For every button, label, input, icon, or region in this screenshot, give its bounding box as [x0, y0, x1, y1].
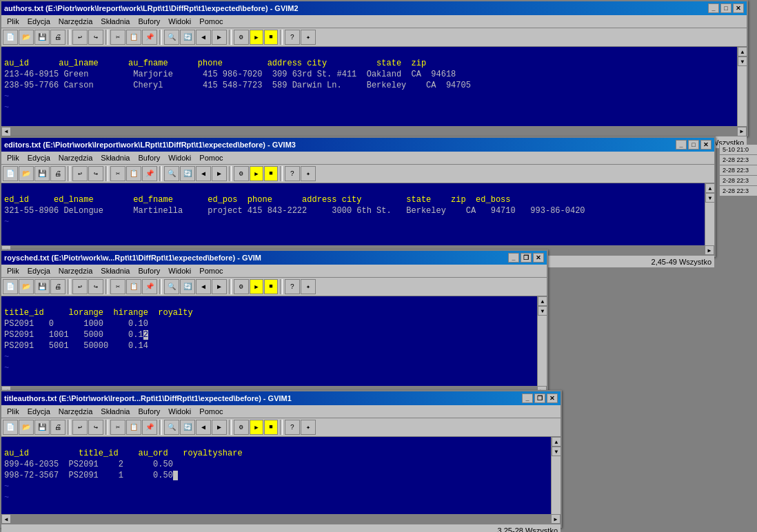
tb-new-authors[interactable]: 📄 [3, 30, 18, 45]
tb-find-editors[interactable]: 🔍 [164, 166, 179, 181]
scroll-left-authors[interactable]: ◀ [1, 127, 11, 136]
tb-vim-titleauthors[interactable]: ✦ [301, 420, 316, 435]
menu-pomoc-authors[interactable]: Pomoc [195, 17, 227, 26]
scrollbar-h-titleauthors[interactable]: ◀ ▶ [1, 514, 561, 524]
tb-help-editors[interactable]: ? [285, 166, 300, 181]
tb-save-roysched[interactable]: 💾 [34, 279, 50, 294]
menu-edycja-editors[interactable]: Edycja [23, 153, 54, 163]
tb-find-titleauthors[interactable]: 🔍 [164, 420, 179, 435]
tb-copy-editors[interactable]: 📋 [126, 166, 141, 181]
minimize-button-editors[interactable]: _ [676, 140, 687, 150]
menu-edycja-authors[interactable]: Edycja [23, 17, 54, 26]
scrollbar-v-editors[interactable]: ▲ ▼ [705, 183, 714, 245]
scroll-down-editors[interactable]: ▼ [705, 193, 715, 203]
tb-cut-authors[interactable]: ✂ [110, 30, 125, 45]
tb-yellow2-editors[interactable]: ■ [264, 166, 278, 181]
tb-undo-authors[interactable]: ↩ [72, 30, 88, 45]
tb-copy-titleauthors[interactable]: 📋 [126, 420, 141, 435]
close-button-authors[interactable]: ✕ [733, 3, 744, 13]
scroll-right-titleauthors[interactable]: ▶ [551, 514, 561, 524]
maximize-button-editors[interactable]: □ [688, 140, 699, 150]
tb-findnext-authors[interactable]: ▶ [212, 30, 227, 45]
tb-yellow1-editors[interactable]: ▶ [250, 166, 263, 181]
tb-cut-roysched[interactable]: ✂ [110, 279, 125, 294]
menu-bufory-authors[interactable]: Bufory [134, 17, 165, 26]
tb-new-roysched[interactable]: 📄 [3, 279, 18, 294]
minimize-button-titleauthors[interactable]: _ [522, 393, 533, 403]
tb-findnext-editors[interactable]: ▶ [212, 166, 227, 181]
menu-plik-roysched[interactable]: Plik [3, 266, 23, 276]
tb-yellow2-authors[interactable]: ■ [264, 30, 278, 45]
scroll-up-titleauthors[interactable]: ▲ [552, 437, 561, 447]
menu-skladnia-authors[interactable]: Składnia [97, 17, 134, 26]
scroll-down-authors[interactable]: ▼ [738, 57, 747, 66]
tb-redo-authors[interactable]: ↪ [88, 30, 103, 45]
scroll-right-authors[interactable]: ▶ [737, 127, 747, 136]
menu-plik-editors[interactable]: Plik [3, 153, 23, 163]
tb-yellow1-titleauthors[interactable]: ▶ [250, 420, 263, 435]
tb-undo-editors[interactable]: ↩ [72, 166, 88, 181]
tb-findnext-titleauthors[interactable]: ▶ [212, 420, 227, 435]
tb-replace-authors[interactable]: 🔄 [180, 30, 195, 45]
tb-replace-editors[interactable]: 🔄 [180, 166, 195, 181]
menu-narzedzia-editors[interactable]: Narzędzia [54, 153, 97, 163]
menu-edycja-roysched[interactable]: Edycja [23, 266, 54, 276]
menu-widoki-roysched[interactable]: Widoki [164, 266, 195, 276]
tb-findprev-authors[interactable]: ◀ [196, 30, 211, 45]
tb-yellow2-titleauthors[interactable]: ■ [264, 420, 278, 435]
tb-save-authors[interactable]: 💾 [34, 30, 50, 45]
scrollbar-v-titleauthors[interactable]: ▲ ▼ [551, 437, 561, 514]
minimize-button-authors[interactable]: _ [708, 3, 719, 13]
tb-yellow2-roysched[interactable]: ■ [264, 279, 278, 294]
close-button-roysched[interactable]: ✕ [533, 253, 544, 263]
menu-narzedzia-titleauthors[interactable]: Narzędzia [54, 407, 97, 416]
tb-macro-editors[interactable]: ⚙ [234, 166, 249, 181]
tb-vim-authors[interactable]: ✦ [301, 30, 316, 45]
scroll-right-editors[interactable]: ▶ [705, 245, 714, 255]
tb-print-titleauthors[interactable]: 🖨 [50, 420, 65, 435]
tb-copy-authors[interactable]: 📋 [126, 30, 141, 45]
menu-plik-titleauthors[interactable]: Plik [3, 407, 23, 416]
vim-window-authors[interactable]: authors.txt (E:\Piotr\work\lreport\work\… [0, 0, 748, 136]
menu-bufory-titleauthors[interactable]: Bufory [134, 407, 165, 416]
tb-cut-titleauthors[interactable]: ✂ [110, 420, 125, 435]
tb-replace-titleauthors[interactable]: 🔄 [180, 420, 195, 435]
menu-edycja-titleauthors[interactable]: Edycja [23, 407, 54, 416]
restore-button-roysched[interactable]: ❐ [521, 253, 532, 263]
tb-paste-authors[interactable]: 📌 [142, 30, 157, 45]
scroll-down-titleauthors[interactable]: ▼ [552, 447, 561, 456]
tb-help-roysched[interactable]: ? [285, 279, 300, 294]
tb-paste-editors[interactable]: 📌 [142, 166, 157, 181]
vim-window-titleauthors[interactable]: titleauthors.txt (E:\Piotr\work\lreport.… [0, 390, 562, 528]
tb-save-titleauthors[interactable]: 💾 [34, 420, 50, 435]
tb-findprev-roysched[interactable]: ◀ [196, 279, 211, 294]
tb-macro-authors[interactable]: ⚙ [234, 30, 249, 45]
tb-findprev-titleauthors[interactable]: ◀ [196, 420, 211, 435]
tb-paste-titleauthors[interactable]: 📌 [142, 420, 157, 435]
scroll-up-roysched[interactable]: ▲ [538, 296, 547, 306]
tb-redo-editors[interactable]: ↪ [88, 166, 103, 181]
tb-macro-titleauthors[interactable]: ⚙ [234, 420, 249, 435]
menu-skladnia-titleauthors[interactable]: Składnia [97, 407, 134, 416]
tb-macro-roysched[interactable]: ⚙ [234, 279, 249, 294]
restore-button-titleauthors[interactable]: ❐ [534, 393, 545, 403]
tb-new-editors[interactable]: 📄 [3, 166, 18, 181]
tb-vim-roysched[interactable]: ✦ [301, 279, 316, 294]
hscroll-authors[interactable]: ◀ ▶ [1, 126, 747, 136]
menu-narzedzia-roysched[interactable]: Narzędzia [54, 266, 97, 276]
vim-window-editors[interactable]: editors.txt (E:\Piotr\work\lreport\work\… [0, 136, 716, 257]
tb-redo-roysched[interactable]: ↪ [88, 279, 103, 294]
menu-widoki-titleauthors[interactable]: Widoki [164, 407, 195, 416]
tb-undo-roysched[interactable]: ↩ [72, 279, 88, 294]
menu-widoki-authors[interactable]: Widoki [164, 17, 195, 26]
tb-find-roysched[interactable]: 🔍 [164, 279, 179, 294]
minimize-button-roysched[interactable]: _ [508, 253, 519, 263]
close-button-editors[interactable]: ✕ [700, 140, 711, 150]
tb-yellow1-authors[interactable]: ▶ [250, 30, 263, 45]
editor-content-authors[interactable]: au_id au_lname au_fname phone address ci… [1, 47, 737, 126]
tb-print-roysched[interactable]: 🖨 [50, 279, 65, 294]
scroll-left-titleauthors[interactable]: ◀ [1, 514, 11, 524]
scrollbar-v-roysched[interactable]: ▲ ▼ [537, 296, 547, 386]
tb-open-roysched[interactable]: 📂 [19, 279, 34, 294]
tb-open-titleauthors[interactable]: 📂 [19, 420, 34, 435]
